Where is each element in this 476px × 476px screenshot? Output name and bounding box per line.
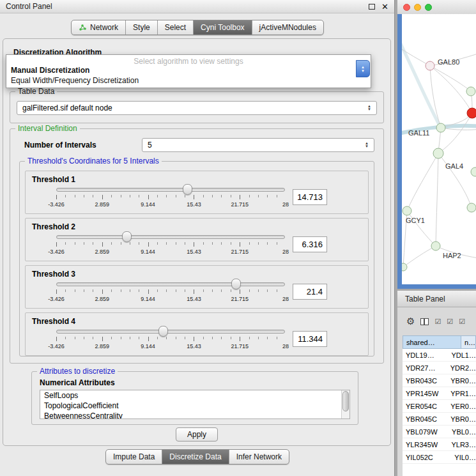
table-row[interactable]: YIL052CYIL0… xyxy=(403,451,476,464)
attributes-title: Attributes to discretize xyxy=(37,367,118,376)
node[interactable] xyxy=(471,167,476,176)
attributes-list[interactable]: SelfLoops TopologicalCoefficient Between… xyxy=(40,390,350,419)
number-of-intervals-combo[interactable]: 5 ▲▼ xyxy=(142,138,374,152)
tick-label: -3.426 xyxy=(48,343,65,349)
scrollbar-thumb[interactable] xyxy=(342,391,349,411)
node-label: HAP2 xyxy=(443,252,461,259)
combo-arrows-icon: ▲▼ xyxy=(365,142,369,148)
slider-thumb[interactable] xyxy=(231,279,241,289)
tick-label: 28 xyxy=(282,201,289,208)
cell: YBL0… xyxy=(449,426,476,438)
tick-label: 9.144 xyxy=(141,249,155,255)
tick-label: 2.859 xyxy=(95,296,110,302)
list-item[interactable]: BetweennessCentrality xyxy=(40,411,349,419)
close-traffic-light-icon[interactable] xyxy=(403,4,410,11)
float-window-icon[interactable] xyxy=(369,4,375,10)
tab-infer-network[interactable]: Infer Network xyxy=(229,450,289,464)
list-scrollbar[interactable] xyxy=(341,390,349,418)
option-equal-width-frequency[interactable]: Equal Width/Frequency Discretization xyxy=(6,75,371,86)
tick-label: 15.43 xyxy=(187,343,201,349)
slider-thumb[interactable] xyxy=(183,184,192,195)
tick-label: 9.144 xyxy=(141,343,155,349)
table-data-title: Table Data xyxy=(15,87,57,96)
tab-impute-data[interactable]: Impute Data xyxy=(106,450,162,464)
column-header-shared-name[interactable]: shared… xyxy=(403,335,461,349)
network-window-titlebar xyxy=(397,0,476,14)
threshold-4-slider[interactable]: -3.426 2.859 9.144 15.43 21.715 28 xyxy=(56,330,285,354)
tick-label: 21.715 xyxy=(231,201,249,208)
apply-button[interactable]: Apply xyxy=(176,427,218,441)
column-header-name[interactable]: n… xyxy=(461,335,476,349)
checkbox-icon[interactable]: ☑ xyxy=(434,318,441,326)
threshold-3-value-field[interactable]: 21.4 xyxy=(293,284,327,300)
tab-jactivemnodules[interactable]: jActiveMNodules xyxy=(252,20,323,35)
table-row[interactable]: YBR043CYBR0… xyxy=(403,374,476,387)
node-selected-red[interactable] xyxy=(467,108,476,118)
thresholds-title: Threshold's Coordinates for 5 Intervals xyxy=(25,157,162,165)
checkbox-icon[interactable]: ☑ xyxy=(459,318,465,326)
titlebar-icons: ✕ xyxy=(369,3,388,11)
table-data-combo[interactable]: galFiltered.sif default node ▲▼ xyxy=(17,101,377,115)
slider-track[interactable] xyxy=(56,235,285,239)
threshold-4-value-field[interactable]: 11.344 xyxy=(293,331,327,347)
threshold-1-value-field[interactable]: 14.713 xyxy=(293,189,327,205)
node[interactable] xyxy=(467,203,476,212)
tab-network[interactable]: Network xyxy=(72,20,126,35)
cell: YLR3… xyxy=(448,438,476,450)
network-icon xyxy=(79,24,87,31)
network-canvas[interactable]: GAL80 GAL11 GAL4 GCY1 HAP2 xyxy=(402,14,476,284)
slider-track[interactable] xyxy=(56,330,285,334)
tab-cyni-toolbox[interactable]: Cyni Toolbox xyxy=(194,20,252,35)
node-gcy1[interactable] xyxy=(403,206,411,215)
table-row[interactable]: YLR345WYLR3… xyxy=(403,438,476,451)
slider-track[interactable] xyxy=(56,282,285,286)
table-row[interactable]: YER054CYER0… xyxy=(403,400,476,413)
network-view-window: GAL80 GAL11 GAL4 GCY1 HAP2 xyxy=(397,0,476,289)
slider-thumb[interactable] xyxy=(122,231,132,242)
node-gal11[interactable] xyxy=(436,123,445,132)
down-arrow-icon: ▼ xyxy=(361,69,365,73)
threshold-2-value-field[interactable]: 6.316 xyxy=(293,236,327,252)
tab-label: jActiveMNodules xyxy=(259,23,316,32)
node-gal4[interactable] xyxy=(433,148,443,158)
table-row[interactable]: YDL19…YDL1… xyxy=(403,349,476,362)
top-tab-segmented-control: Network Style Select Cyni Toolbox jActiv… xyxy=(71,20,324,35)
threshold-1-slider[interactable]: -3.426 2.859 9.144 15.43 21.715 28 xyxy=(56,188,285,212)
tick-label: -3.426 xyxy=(48,249,65,255)
tab-style[interactable]: Style xyxy=(126,20,158,35)
columns-icon[interactable] xyxy=(420,318,429,325)
tab-label: Style xyxy=(133,23,150,32)
thresholds-group: Threshold's Coordinates for 5 Intervals … xyxy=(19,161,374,357)
table-row[interactable]: YPR145WYPR1… xyxy=(403,387,476,400)
node-gal80[interactable] xyxy=(426,61,434,70)
slider-thumb[interactable] xyxy=(158,326,168,337)
node-hap2[interactable] xyxy=(431,242,440,250)
cell: YER054C xyxy=(403,400,447,412)
close-icon[interactable]: ✕ xyxy=(381,3,388,11)
slider-track[interactable] xyxy=(56,188,285,192)
tab-discretize-data[interactable]: Discretize Data xyxy=(162,450,229,464)
list-item[interactable]: SelfLoops xyxy=(40,390,349,401)
checkbox-icon[interactable]: ☑ xyxy=(447,318,453,326)
top-tab-bar: Network Style Select Cyni Toolbox jActiv… xyxy=(0,20,395,35)
option-manual-discretization[interactable]: Manual Discretization xyxy=(6,65,371,75)
algorithm-combo-stepper[interactable]: ▲▼ xyxy=(356,60,370,77)
node-table: shared… n… YDL19…YDL1… YDR27…YDR2… YBR04… xyxy=(403,335,476,476)
cell: YER0… xyxy=(447,400,476,412)
tab-select[interactable]: Select xyxy=(158,20,194,35)
gear-icon[interactable]: ⚙ xyxy=(406,316,415,327)
zoom-traffic-light-icon[interactable] xyxy=(425,4,432,11)
cell: YBR045C xyxy=(403,413,447,425)
cyni-toolbox-panel: Discretization Algorithm Select algorith… xyxy=(3,38,391,446)
table-row[interactable]: YDR27…YDR2… xyxy=(403,362,476,374)
table-row[interactable]: YBL079WYBL0… xyxy=(403,426,476,438)
node[interactable] xyxy=(466,87,475,96)
list-item[interactable]: TopologicalCoefficient xyxy=(40,401,349,411)
node[interactable] xyxy=(402,263,407,271)
slider-ticks: -3.426 2.859 9.144 15.43 21.715 28 xyxy=(56,337,286,353)
tick-label: 9.144 xyxy=(141,296,155,302)
minimize-traffic-light-icon[interactable] xyxy=(414,4,421,11)
threshold-2-slider[interactable]: -3.426 2.859 9.144 15.43 21.715 28 xyxy=(56,235,285,259)
threshold-3-slider[interactable]: -3.426 2.859 9.144 15.43 21.715 28 xyxy=(56,282,285,307)
table-row[interactable]: YBR045CYBR0… xyxy=(403,413,476,426)
